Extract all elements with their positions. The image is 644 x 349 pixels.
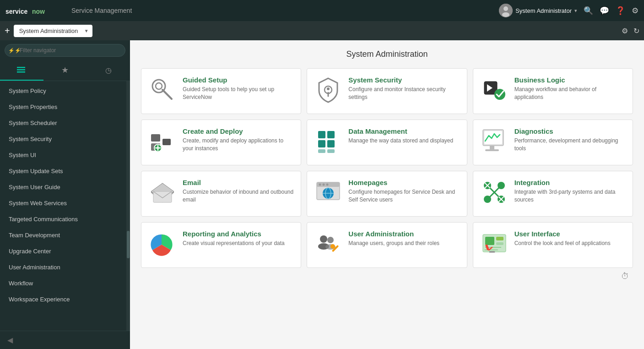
- card-user-interface[interactable]: User Interface Control the look and feel…: [473, 222, 633, 268]
- user-name: System Administrator: [515, 7, 572, 14]
- user-chevron[interactable]: ▾: [574, 8, 577, 14]
- card-icon-homepages: [314, 179, 342, 206]
- svg-point-3: [503, 6, 508, 11]
- card-desc-guided-setup: Guided Setup tools to help you set up Se…: [183, 86, 293, 101]
- card-create-deploy[interactable]: Create and Deploy Create, modify and dep…: [141, 120, 301, 165]
- sidebar-item-system-web-services[interactable]: System Web Services: [0, 195, 126, 211]
- card-title-homepages: Homepages: [348, 179, 459, 186]
- card-title-user-interface: User Interface: [514, 230, 611, 238]
- sidebar-item-team-development[interactable]: Team Development: [0, 227, 126, 243]
- help-icon[interactable]: ❓: [616, 6, 625, 16]
- svg-rect-64: [496, 242, 503, 245]
- filter-input[interactable]: [5, 44, 125, 57]
- card-user-administration[interactable]: User Administration Manage users, groups…: [307, 222, 467, 268]
- card-icon-system-security: [314, 76, 342, 104]
- sidebar-item-targeted-communications[interactable]: Targeted Communications: [0, 211, 126, 227]
- card-integration[interactable]: Integration Integrate with 3rd-party sys…: [473, 171, 633, 217]
- sidebar-item-user-administration[interactable]: User Administration: [0, 259, 126, 275]
- card-desc-user-administration: Manage users, groups and their roles: [348, 240, 439, 247]
- sidebar-item-upgrade-center[interactable]: Upgrade Center: [0, 243, 126, 259]
- settings-gear-icon[interactable]: ⚙: [632, 6, 639, 16]
- add-tab-button[interactable]: +: [5, 26, 10, 35]
- card-email[interactable]: Email Customize behavior of inbound and …: [141, 171, 301, 217]
- card-desc-email: Customize behavior of inbound and outbou…: [183, 188, 293, 204]
- card-homepages[interactable]: Homepages Configure homepages for Servic…: [307, 171, 467, 217]
- sidebar-item-workflow[interactable]: Workflow: [0, 275, 126, 291]
- card-data-management[interactable]: Data Management Manage the way data stor…: [307, 120, 467, 165]
- sidebar-tab-modules[interactable]: [0, 60, 43, 81]
- card-desc-diagnostics: Performance, development and debugging t…: [514, 137, 625, 153]
- svg-point-60: [330, 244, 335, 249]
- card-icon-guided-setup: [149, 76, 176, 104]
- tab-dropdown[interactable]: System Administration: [14, 25, 92, 37]
- card-icon-create-deploy: [149, 127, 176, 155]
- second-bar: + System Administration ⚙ ↻: [0, 21, 644, 40]
- sidebar-tab-history[interactable]: ◷: [87, 60, 130, 81]
- sidebar-item-system-user-guide[interactable]: System User Guide: [0, 179, 126, 195]
- sidebar-item-workspace-experience[interactable]: Workspace Experience: [0, 291, 126, 307]
- scrollbar-track[interactable]: [126, 81, 130, 331]
- user-info[interactable]: System Administrator ▾: [499, 4, 577, 17]
- card-title-system-security: System Security: [348, 76, 459, 84]
- card-icon-data-management: [314, 127, 342, 155]
- svg-rect-5: [17, 67, 25, 68]
- sidebar-item-system-properties[interactable]: System Properties: [0, 99, 126, 115]
- card-icon-reporting-analytics: [149, 230, 176, 257]
- avatar-image: [499, 4, 513, 17]
- top-navigation: service now Service Management System Ad…: [0, 0, 644, 21]
- sidebar-footer[interactable]: ◀: [0, 331, 130, 349]
- logo: service now: [5, 4, 65, 17]
- card-title-create-deploy: Create and Deploy: [183, 127, 293, 135]
- svg-rect-28: [327, 149, 335, 153]
- svg-rect-32: [485, 149, 499, 151]
- filter-box: ⚡: [0, 40, 130, 60]
- card-system-security[interactable]: System Security Configure and monitor In…: [307, 68, 467, 114]
- sidebar-item-system-scheduler[interactable]: System Scheduler: [0, 115, 126, 131]
- card-desc-user-interface: Control the look and feel of application…: [514, 240, 611, 247]
- avatar: [499, 4, 513, 17]
- card-desc-homepages: Configure homepages for Service Desk and…: [348, 188, 459, 204]
- svg-point-38: [319, 184, 321, 186]
- sidebar-item-system-update-sets[interactable]: System Update Sets: [0, 163, 126, 179]
- svg-rect-27: [318, 149, 325, 153]
- sidebar-tabs: ★ ◷: [0, 60, 130, 81]
- svg-rect-7: [17, 71, 25, 73]
- refresh-icon[interactable]: ↻: [633, 27, 639, 35]
- tab-settings-icon[interactable]: ⚙: [622, 27, 628, 35]
- svg-point-13: [327, 87, 330, 90]
- card-reporting-analytics[interactable]: Reporting and Analytics Create visual re…: [141, 222, 301, 268]
- card-text-homepages: Homepages Configure homepages for Servic…: [348, 179, 459, 204]
- chat-icon[interactable]: 💬: [600, 6, 609, 16]
- sidebar-item-system-policy[interactable]: System Policy: [0, 83, 126, 99]
- card-text-reporting-analytics: Reporting and Analytics Create visual re…: [183, 230, 285, 247]
- search-icon[interactable]: 🔍: [584, 6, 593, 16]
- card-desc-system-security: Configure and monitor Instance security …: [348, 86, 459, 101]
- card-title-user-administration: User Administration: [348, 230, 439, 238]
- nav-right: System Administrator ▾ 🔍 💬 ❓ ⚙: [499, 4, 639, 17]
- card-icon-diagnostics: [481, 127, 508, 155]
- card-text-email: Email Customize behavior of inbound and …: [183, 179, 293, 204]
- card-icon-user-administration: [314, 230, 342, 257]
- svg-text:now: now: [32, 8, 45, 15]
- card-title-email: Email: [183, 179, 293, 186]
- svg-rect-19: [162, 139, 171, 145]
- sidebar-tab-favorites[interactable]: ★: [43, 60, 87, 81]
- card-business-logic[interactable]: Business Logic Manage workflow and behav…: [473, 68, 633, 114]
- card-diagnostics[interactable]: Diagnostics Performance, development and…: [473, 120, 633, 165]
- card-icon-business-logic: [481, 76, 508, 104]
- card-guided-setup[interactable]: Guided Setup Guided Setup tools to help …: [141, 68, 301, 114]
- card-text-diagnostics: Diagnostics Performance, development and…: [514, 127, 625, 153]
- sidebar-item-system-ui[interactable]: System UI: [0, 147, 126, 163]
- scrollbar-thumb[interactable]: [127, 231, 130, 258]
- svg-point-9: [156, 83, 162, 89]
- card-desc-reporting-analytics: Create visual representations of your da…: [183, 240, 285, 247]
- main-layout: ⚡ ★ ◷ System PolicySystem PropertiesSyst…: [0, 40, 644, 349]
- svg-text:service: service: [5, 8, 27, 15]
- sidebar-item-system-security[interactable]: System Security: [0, 131, 126, 147]
- collapse-icon[interactable]: ◀: [7, 336, 13, 344]
- sidebar-scroll-area: System PolicySystem PropertiesSystem Sch…: [0, 81, 130, 331]
- card-title-business-logic: Business Logic: [514, 76, 625, 84]
- svg-rect-62: [485, 237, 494, 245]
- card-text-guided-setup: Guided Setup Guided Setup tools to help …: [183, 76, 293, 101]
- content-footer: ⏱: [141, 268, 633, 285]
